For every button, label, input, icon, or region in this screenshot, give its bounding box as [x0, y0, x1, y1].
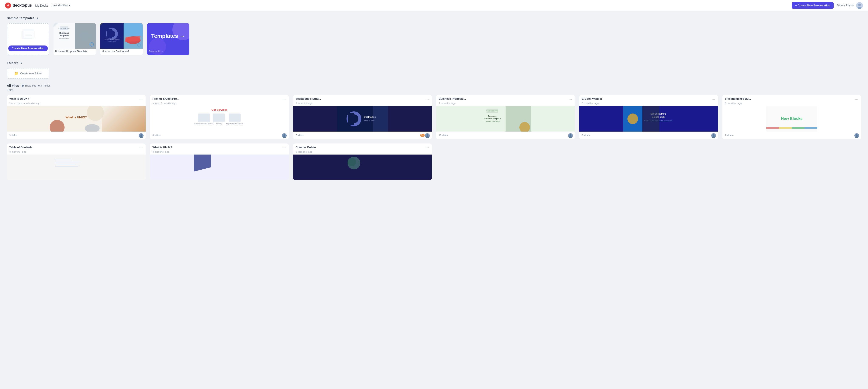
more-options-button[interactable]: ⋯: [139, 97, 143, 101]
svg-rect-36: [198, 113, 210, 122]
business-proposal-template-card[interactable]: PLACE YOUR LOGO Business Proposal for [C…: [54, 23, 96, 55]
svg-rect-81: [805, 127, 817, 129]
file-card-eriskindidem[interactable]: eriskindidem's Bu... ⋯ 8 months ago New …: [722, 95, 861, 139]
files-grid-row2: Table of Contents ⋯ 8 months ago: [7, 143, 861, 180]
collaborator-badge: 1+: [420, 134, 425, 137]
header: d decktopus My Decks Last Modified ▾ + C…: [0, 0, 868, 11]
main-content: Sample Templates ▲ Create New Presentati…: [0, 11, 868, 185]
file-timestamp: less than a minute ago: [7, 102, 146, 106]
how-to-use-label: How to Use Decktopus?: [100, 49, 143, 54]
more-options-button[interactable]: ⋯: [282, 146, 286, 150]
file-card-ui-ux[interactable]: What is UI-UX? ⋯ less than a minute ago …: [7, 95, 146, 139]
svg-text:Catering: Catering: [216, 123, 222, 125]
create-new-presentation-card[interactable]: Create New Presentation: [7, 23, 49, 55]
collaborators: [139, 133, 143, 138]
more-options-button[interactable]: ⋯: [425, 97, 429, 101]
file-thumbnail: [293, 155, 432, 180]
all-files-title: All Files: [7, 84, 19, 87]
svg-rect-20: [107, 29, 112, 38]
svg-rect-47: [348, 113, 354, 125]
file-timestamp: about 1 month ago: [150, 102, 289, 106]
templates-heading: Templates →: [151, 33, 185, 39]
create-btn-label: + Create New Presentation: [795, 4, 830, 7]
business-proposal-thumb: PLACE YOUR LOGO Business Proposal for [C…: [54, 23, 96, 49]
folders-section-header: Folders ▲: [7, 61, 861, 65]
more-options-button[interactable]: ⋯: [855, 97, 859, 101]
svg-text:PLACE YOUR LOGO: PLACE YOUR LOGO: [58, 28, 70, 29]
folders-chevron-icon: ▲: [20, 61, 23, 64]
file-thumbnail: Stefan Marine's E-Book Club Join the wai…: [579, 106, 718, 132]
more-options-button[interactable]: ⋯: [282, 97, 286, 101]
slide-count: 9 slides: [9, 134, 17, 136]
file-card-footer: 6 slides: [150, 132, 289, 139]
browse-all-card[interactable]: Templates → Browse All →: [147, 23, 189, 55]
file-card-header: decktopus's Strat... ⋯: [293, 95, 432, 102]
collaborator-avatar: [854, 133, 859, 138]
file-timestamp: 3 months ago: [293, 102, 432, 106]
show-files-not-in-folder-link[interactable]: Show files not in folder: [22, 84, 50, 87]
file-card-pricing[interactable]: Pricing & Cost Pro... ⋯ about 1 month ag…: [150, 95, 289, 139]
file-thumbnail: [7, 155, 146, 180]
collaborator-avatar: [425, 133, 429, 138]
create-folder-label: Create new folder: [20, 72, 42, 75]
file-card-decktopus-strat[interactable]: decktopus's Strat... ⋯ 3 months ago Deck…: [293, 95, 432, 139]
more-options-button[interactable]: ⋯: [568, 97, 572, 101]
create-presentation-button[interactable]: + Create New Presentation: [792, 2, 833, 9]
svg-text:Proposal Template: Proposal Template: [484, 117, 501, 120]
file-card-ui-ux-2[interactable]: What is UI-UX? ⋯ 8 months ago: [150, 143, 289, 180]
folder-icon: 📁: [14, 72, 19, 76]
file-card-table-of-contents[interactable]: Table of Contents ⋯ 8 months ago: [7, 143, 146, 180]
file-thumbnail: [150, 155, 289, 180]
file-timestamp: 7 months ago: [436, 102, 575, 106]
file-thumbnail: PLACE YOUR LOGO Business Proposal Templa…: [436, 106, 575, 132]
file-title: What is UI-UX?: [152, 146, 282, 149]
sort-button[interactable]: Last Modified ▾: [52, 4, 70, 7]
logo-icon: d: [5, 3, 11, 8]
folders-section: Folders ▲ 📁 Create new folder: [7, 61, 861, 79]
collaborators: [569, 133, 572, 138]
collaborators: [282, 133, 286, 138]
my-decks-label: My Decks: [35, 4, 48, 7]
svg-text:Our Services: Our Services: [212, 108, 227, 111]
file-title: E-Book Waitlist: [582, 97, 711, 100]
svg-text:for [Client Name]: for [Client Name]: [59, 38, 69, 39]
file-card-creative-dublin[interactable]: Creative Dublin ⋯ 9 months ago: [293, 143, 432, 180]
file-card-ebook-waitlist[interactable]: E-Book Waitlist ⋯ 8 months ago Stefan Ma…: [579, 95, 718, 139]
file-card-header: E-Book Waitlist ⋯: [579, 95, 718, 102]
svg-point-93: [348, 158, 356, 166]
how-to-use-decktopus-card[interactable]: How to use Decktopus? A quick guide How …: [100, 23, 143, 55]
file-thumbnail: New Blocks: [722, 106, 861, 132]
business-proposal-label: Business Proposal Template: [54, 49, 96, 54]
sample-templates-title: Sample Templates: [7, 16, 35, 20]
svg-text:What is UI-UX?: What is UI-UX?: [66, 116, 87, 119]
svg-point-83: [856, 134, 858, 136]
all-files-section: All Files Show files not in folder 9 fil…: [7, 84, 861, 180]
collaborators: [855, 133, 859, 138]
file-card-footer: 9 slides: [7, 132, 146, 139]
svg-rect-80: [792, 127, 805, 129]
more-options-button[interactable]: ⋯: [139, 146, 143, 150]
file-card-header: What is UI-UX? ⋯: [150, 143, 289, 150]
avatar[interactable]: [856, 2, 863, 9]
file-timestamp: 8 months ago: [722, 102, 861, 106]
svg-rect-72: [642, 106, 659, 132]
file-card-business-proposal[interactable]: Business Proposal... ⋯ 7 months ago PLAC…: [436, 95, 575, 139]
svg-text:Organisation & Education: Organisation & Education: [226, 123, 243, 125]
file-card-header: Business Proposal... ⋯: [436, 95, 575, 102]
more-options-button[interactable]: ⋯: [425, 146, 429, 150]
svg-text:New Blocks: New Blocks: [781, 116, 802, 121]
logo[interactable]: d decktopus: [5, 3, 32, 8]
svg-point-43: [283, 134, 285, 136]
create-card-label[interactable]: Create New Presentation: [8, 46, 48, 51]
file-title: eriskindidem's Bu...: [725, 97, 855, 100]
file-title: Table of Contents: [9, 146, 139, 149]
more-options-button[interactable]: ⋯: [711, 97, 716, 101]
file-thumbnail: Decktopus Design Team: [293, 106, 432, 132]
svg-point-52: [427, 134, 428, 136]
svg-rect-50: [373, 106, 388, 132]
create-new-folder-card[interactable]: 📁 Create new folder: [7, 68, 49, 79]
sample-templates-cards-row: Create New Presentation PLACE YOUR LOGO …: [7, 23, 861, 55]
svg-point-32: [141, 134, 142, 136]
folders-title: Folders: [7, 61, 18, 65]
file-thumbnail: What is UI-UX?: [7, 106, 146, 132]
